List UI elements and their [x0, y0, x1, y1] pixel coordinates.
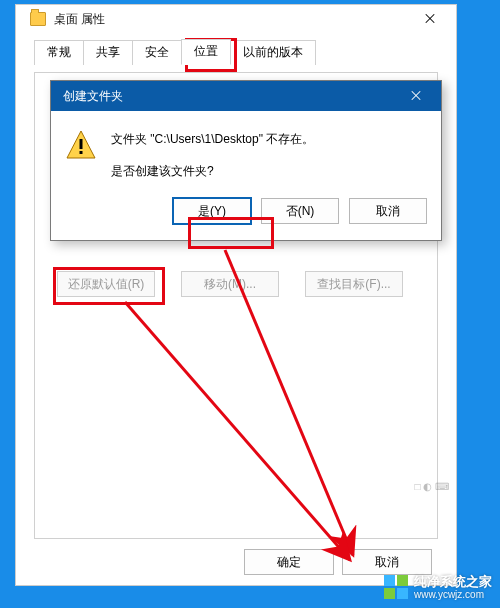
watermark-logo-icon	[384, 575, 408, 599]
dialog-message: 文件夹 "C:\Users\1\Desktop" 不存在。 是否创建该文件夹?	[111, 129, 314, 182]
dialog-titlebar[interactable]: 创建文件夹	[51, 81, 441, 111]
dialog-line1: 文件夹 "C:\Users\1\Desktop" 不存在。	[111, 129, 314, 151]
dialog-cancel-button[interactable]: 取消	[349, 198, 427, 224]
restore-default-button[interactable]: 还原默认值(R)	[57, 271, 155, 297]
dialog-line2: 是否创建该文件夹?	[111, 161, 314, 183]
find-target-button[interactable]: 查找目标(F)...	[305, 271, 403, 297]
yes-button[interactable]: 是(Y)	[173, 198, 251, 224]
move-button[interactable]: 移动(M)...	[181, 271, 279, 297]
tab-sharing[interactable]: 共享	[83, 40, 133, 65]
close-icon	[424, 13, 436, 25]
tab-general[interactable]: 常规	[34, 40, 84, 65]
window-close-button[interactable]	[408, 5, 452, 33]
create-folder-dialog: 创建文件夹 文件夹 "C:\Users\1\Desktop" 不存在。 是否创建…	[50, 80, 442, 241]
watermark-name: 纯净系统之家	[414, 575, 492, 589]
tab-previous[interactable]: 以前的版本	[230, 40, 316, 65]
watermark-url: www.ycwjz.com	[414, 589, 492, 600]
properties-titlebar[interactable]: 桌面 属性	[16, 5, 456, 33]
tab-location[interactable]: 位置	[181, 39, 231, 65]
tray-icons: □ ◐ ⌨	[414, 481, 449, 492]
ok-button[interactable]: 确定	[244, 549, 334, 575]
dialog-button-row: 是(Y) 否(N) 取消	[51, 194, 441, 240]
window-title: 桌面 属性	[54, 11, 408, 28]
tab-strip: 常规 共享 安全 位置 以前的版本	[34, 41, 456, 65]
properties-button-row: 确定 取消	[16, 549, 456, 575]
dialog-close-button[interactable]	[397, 83, 435, 109]
dialog-title: 创建文件夹	[63, 88, 397, 105]
svg-rect-1	[80, 139, 83, 149]
no-button[interactable]: 否(N)	[261, 198, 339, 224]
watermark: 纯净系统之家 www.ycwjz.com	[384, 575, 492, 600]
close-icon	[410, 90, 422, 102]
warning-icon	[65, 129, 97, 161]
svg-rect-2	[80, 151, 83, 154]
tab-security[interactable]: 安全	[132, 40, 182, 65]
folder-icon	[30, 12, 46, 26]
cancel-button[interactable]: 取消	[342, 549, 432, 575]
